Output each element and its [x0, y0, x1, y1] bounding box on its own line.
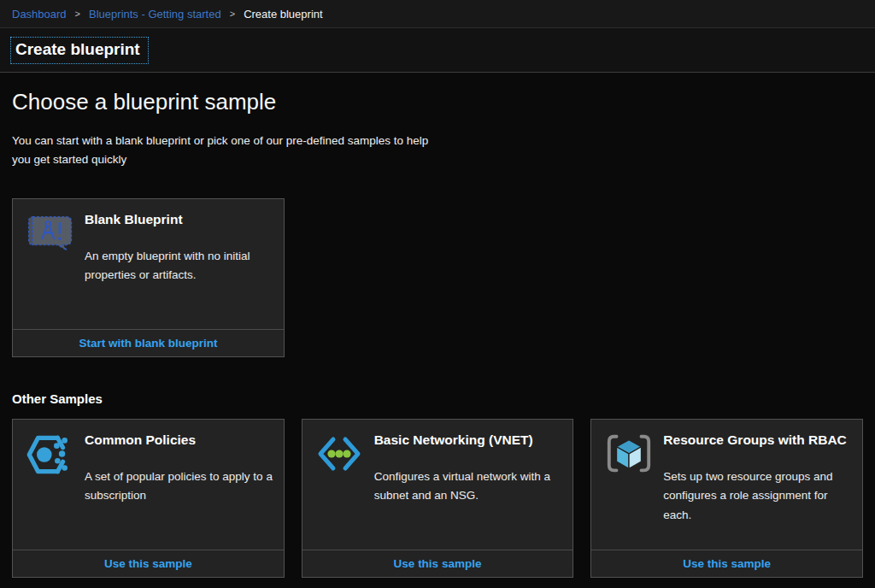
breadcrumb-separator-icon: > — [230, 9, 235, 19]
card-footer: Use this sample — [13, 550, 284, 577]
card-description: An empty blueprint with no initial prope… — [85, 247, 278, 286]
sample-card-resource-groups-rbac: Resource Groups with RBAC Sets up two re… — [590, 419, 863, 578]
use-sample-basic-networking-link[interactable]: Use this sample — [394, 557, 482, 570]
samples-row: Common Policies A set of popular policie… — [12, 419, 863, 578]
policy-icon — [26, 431, 72, 482]
intro-text: You can start with a blank blueprint or … — [12, 132, 443, 170]
breadcrumb: Dashboard > Blueprints - Getting started… — [0, 0, 875, 28]
breadcrumb-current-page: Create blueprint — [244, 8, 323, 21]
card-title: Blank Blueprint — [85, 212, 279, 227]
section-heading: Choose a blueprint sample — [12, 89, 863, 115]
page-title: Create blueprint — [10, 37, 149, 64]
start-blank-blueprint-link[interactable]: Start with blank blueprint — [79, 337, 217, 350]
card-title: Resource Groups with RBAC — [663, 432, 858, 448]
sample-card-common-policies: Common Policies A set of popular policie… — [12, 419, 285, 578]
card-description: Sets up two resource groups and configur… — [663, 467, 856, 526]
card-footer: Start with blank blueprint — [13, 329, 284, 356]
card-title: Basic Networking (VNET) — [374, 432, 569, 448]
blank-blueprint-card: Blank Blueprint An empty blueprint with … — [12, 198, 285, 357]
use-sample-resource-groups-link[interactable]: Use this sample — [683, 557, 771, 570]
vnet-icon — [315, 431, 363, 480]
main-content: Choose a blueprint sample You can start … — [0, 89, 875, 578]
card-footer: Use this sample — [591, 550, 862, 577]
resource-group-icon — [604, 431, 654, 480]
sample-card-basic-networking: Basic Networking (VNET) Configures a vir… — [302, 419, 574, 578]
card-description: A set of popular policies to apply to a … — [85, 467, 278, 507]
breadcrumb-separator-icon: > — [75, 9, 80, 19]
card-title: Common Policies — [85, 432, 279, 448]
blueprint-scroll-icon — [26, 210, 75, 256]
breadcrumb-link-dashboard[interactable]: Dashboard — [12, 8, 67, 21]
page-title-bar: Create blueprint — [0, 28, 875, 73]
other-samples-heading: Other Samples — [12, 391, 863, 406]
card-description: Configures a virtual network with a subn… — [374, 467, 567, 507]
card-footer: Use this sample — [302, 550, 573, 577]
use-sample-common-policies-link[interactable]: Use this sample — [104, 557, 192, 570]
breadcrumb-link-blueprints-getting-started[interactable]: Blueprints - Getting started — [89, 8, 221, 21]
